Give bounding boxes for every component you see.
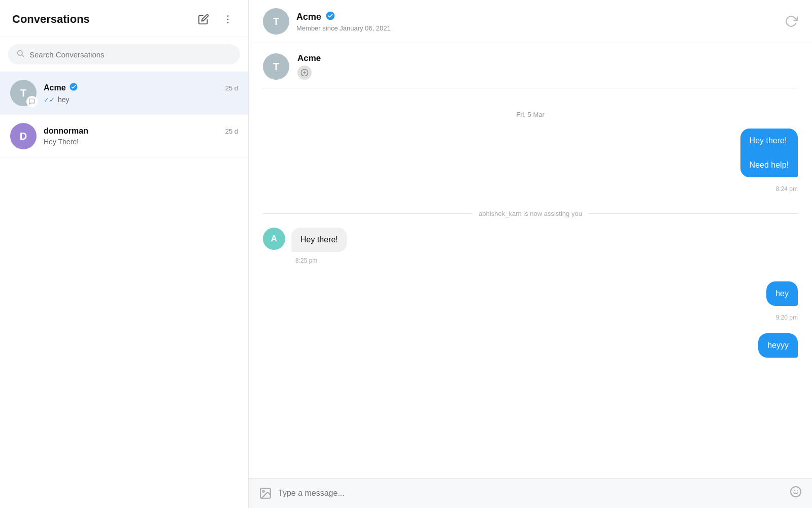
chat-header: T Acme Member since January 06, 2021 [249,0,812,43]
contact-info-row: T Acme [263,53,798,88]
contact-badge [297,66,312,80]
conversation-name-acme: Acme [44,82,78,93]
message-row-incoming-1: A Hey there! [263,228,798,252]
avatar-abhishek: A [263,228,285,250]
conversation-top-donnorman: donnorman 25 d [44,126,238,136]
chat-verified-icon [325,11,335,23]
message-bubble-1: Hey there!Need help! [740,129,798,177]
svg-point-0 [227,15,229,17]
contact-info-name: Acme [297,53,321,64]
message-bubble-2: Hey there! [291,228,347,252]
conversation-time-donnorman: 25 d [225,128,238,135]
incoming-message-group-1: Hey there! [291,228,347,252]
conversation-time-acme: 25 d [225,84,238,92]
more-options-button[interactable] [220,11,236,27]
outgoing-group-2: hey [263,281,798,309]
message-time-1: 8:24 pm [263,185,798,193]
svg-point-2 [227,22,229,23]
search-icon [16,49,24,59]
conversation-body-acme: Acme 25 d ✓✓ hey [44,82,238,104]
system-line-right [588,213,798,214]
refresh-button[interactable] [785,15,798,28]
chat-header-right [785,15,798,28]
conversation-body-donnorman: donnorman 25 d Hey There! [44,126,238,146]
conversation-status-icon [26,96,38,107]
svg-point-1 [227,19,229,20]
attach-image-button[interactable] [259,487,272,500]
conversation-preview-acme: ✓✓ hey [44,96,238,104]
conversation-preview-donnorman: Hey There! [44,138,238,146]
system-message-1: abhishek_karn is now assisting you [263,210,798,217]
verified-icon-acme [69,82,78,93]
chat-area: T Acme Member since January 06, 2021 [249,0,812,508]
chat-contact-name: Acme [296,11,391,23]
message-time-2: 8:25 pm [295,257,798,264]
sidebar-header: Conversations [0,0,248,37]
chat-input-area [249,478,812,508]
conversation-item-donnorman[interactable]: D donnorman 25 d Hey There! [0,115,248,158]
svg-point-3 [18,51,22,55]
search-box[interactable] [8,44,240,65]
emoji-button[interactable] [790,486,802,501]
message-bubble-4: heyyy [758,333,798,358]
svg-line-4 [22,55,24,57]
sidebar-icons [195,11,236,27]
sidebar-title: Conversations [12,13,90,26]
search-input[interactable] [29,50,232,59]
compose-button[interactable] [195,11,212,27]
message-bubble-3: hey [766,281,798,306]
date-divider: Fri, 5 Mar [263,111,798,118]
chat-header-left: T Acme Member since January 06, 2021 [263,8,391,35]
chat-contact-meta: Member since January 06, 2021 [296,24,391,32]
contact-info-avatar: T [263,53,289,80]
system-line-left [263,213,472,214]
contact-info-details: Acme [297,53,321,80]
chat-messages: T Acme Fri, 5 Mar Hey there!Need help! 8… [249,43,812,478]
conversation-top-acme: Acme 25 d [44,82,238,93]
chat-avatar: T [263,8,289,35]
message-time-3: 9:20 pm [263,314,798,321]
chat-contact-info: Acme Member since January 06, 2021 [296,11,391,32]
message-input[interactable] [278,489,784,498]
double-check-icon-acme: ✓✓ [44,96,55,104]
outgoing-group-1: Hey there!Need help! [263,129,798,180]
outgoing-group-3: heyyy [263,333,798,361]
conversation-item-acme[interactable]: T Acme [0,72,248,115]
svg-point-10 [791,487,801,497]
conversation-name-donnorman: donnorman [44,126,88,136]
svg-point-9 [263,491,264,492]
sidebar: Conversations T [0,0,249,508]
conversations-list: T Acme [0,72,248,508]
avatar-donnorman: D [10,123,37,149]
